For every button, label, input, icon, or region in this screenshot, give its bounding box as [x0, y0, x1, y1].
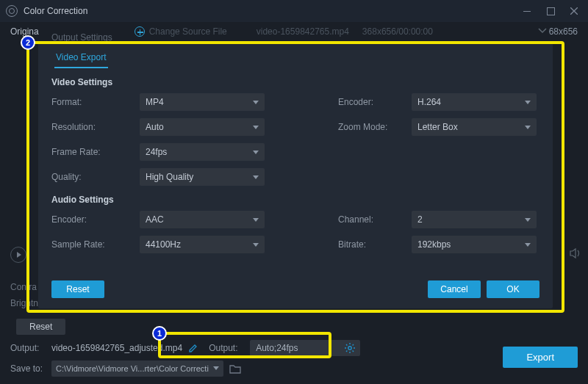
audio-encoder-label: Encoder: [51, 214, 132, 225]
chevron-down-icon [253, 151, 259, 154]
audio-settings-heading: Audio Settings [51, 195, 539, 205]
window-title: Color Correction [24, 6, 522, 16]
cancel-button[interactable]: Cancel [428, 280, 481, 298]
preview-dimensions: 68x656 [549, 26, 578, 37]
source-filename: video-1659842765.mp4 [257, 26, 349, 37]
volume-icon[interactable] [569, 247, 585, 263]
quality-select[interactable]: High Quality [140, 168, 265, 186]
source-meta: 368x656/00:00:00 [362, 26, 433, 37]
dialog-header: Output Settings [51, 32, 112, 43]
chevron-down-icon [253, 243, 259, 247]
change-source-label[interactable]: Change Source File [149, 26, 227, 37]
output-settings-dialog: Output Settings Video Export Video Setti… [38, 43, 553, 308]
samplerate-label: Sample Rate: [51, 239, 132, 250]
save-path-text: C:\Vidmore\Vidmore Vi...rter\Color Corre… [56, 364, 209, 373]
save-to-label: Save to: [10, 363, 46, 374]
output-settings-text: Auto;24fps [256, 343, 298, 353]
annotation-badge-1: 1 [152, 326, 167, 341]
ok-button[interactable]: OK [487, 280, 539, 298]
output-filename: video-1659842765_adjusted.mp4 [51, 343, 182, 353]
audio-encoder-select[interactable]: AAC [140, 211, 265, 228]
output-settings-label: Output: [209, 343, 244, 353]
video-settings-heading: Video Settings [51, 77, 539, 87]
chevron-down-icon [525, 243, 531, 247]
save-path-selector[interactable]: C:\Vidmore\Vidmore Vi...rter\Color Corre… [51, 361, 223, 377]
chevron-down-icon [525, 218, 531, 222]
chevron-down-icon [253, 175, 259, 179]
chevron-down-icon [525, 101, 531, 104]
adjustments-reset-button[interactable]: Reset [16, 319, 65, 335]
adjustment-panel: Contra Brightn [10, 279, 38, 311]
brightness-label: Brightn [10, 295, 38, 311]
zoom-label: Zoom Mode: [338, 122, 404, 132]
svg-marker-3 [213, 366, 219, 370]
channel-label: Channel: [338, 214, 404, 225]
output-file-label: Output: [10, 343, 46, 353]
chevron-down-icon [213, 366, 219, 371]
bottom-bar: Output: video-1659842765_adjusted.mp4 Ou… [0, 336, 588, 384]
resolution-label: Resolution: [51, 122, 132, 132]
encoder-select[interactable]: H.264 [412, 93, 537, 111]
maximize-button[interactable] [545, 6, 556, 16]
framerate-select[interactable]: 24fps [140, 143, 265, 161]
chevron-down-icon [253, 126, 259, 129]
minimize-button[interactable] [522, 6, 532, 16]
chevron-down-icon[interactable] [538, 28, 547, 34]
framerate-label: Frame Rate: [51, 147, 132, 157]
contrast-label: Contra [10, 279, 38, 295]
gear-icon[interactable] [344, 342, 356, 354]
close-button[interactable] [569, 6, 579, 16]
chevron-down-icon [525, 126, 531, 129]
zoom-select[interactable]: Letter Box [412, 118, 537, 136]
output-settings-value[interactable]: Auto;24fps [250, 340, 360, 356]
app-icon [6, 5, 18, 17]
tab-video-export[interactable]: Video Export [54, 50, 108, 68]
annotation-badge-2: 2 [21, 35, 35, 50]
encoder-label: Encoder: [338, 97, 404, 107]
bitrate-select[interactable]: 192kbps [412, 236, 537, 253]
svg-point-2 [348, 347, 351, 349]
chevron-down-icon [253, 101, 259, 104]
format-label: Format: [51, 97, 132, 107]
chevron-down-icon [253, 218, 259, 222]
title-bar: Color Correction [0, 0, 588, 22]
samplerate-select[interactable]: 44100Hz [140, 236, 265, 253]
edit-icon[interactable] [188, 343, 198, 353]
play-button[interactable] [10, 247, 26, 263]
export-button[interactable]: Export [503, 347, 578, 368]
channel-select[interactable]: 2 [412, 211, 537, 228]
dialog-reset-button[interactable]: Reset [51, 280, 104, 298]
resolution-select[interactable]: Auto [140, 118, 265, 136]
format-select[interactable]: MP4 [140, 93, 265, 111]
folder-icon[interactable] [229, 363, 241, 374]
quality-label: Quality: [51, 172, 132, 182]
add-icon[interactable] [135, 26, 145, 37]
bitrate-label: Bitrate: [338, 239, 404, 250]
